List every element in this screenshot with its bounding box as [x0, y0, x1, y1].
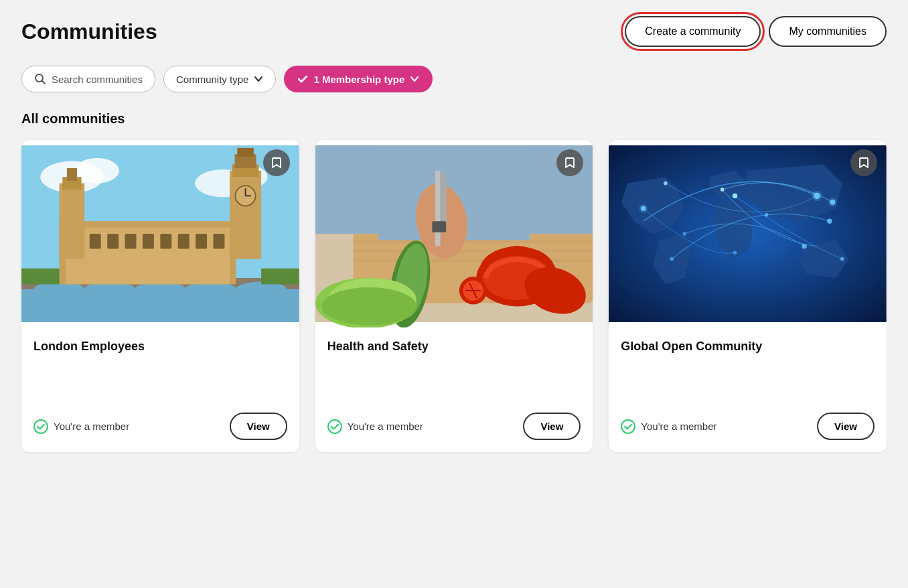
svg-rect-48: [435, 171, 441, 246]
svg-rect-19: [125, 234, 137, 249]
svg-rect-25: [60, 183, 85, 259]
search-filter[interactable]: Search communities: [21, 66, 155, 92]
create-community-button[interactable]: Create a community: [625, 16, 761, 47]
svg-rect-21: [160, 234, 171, 249]
member-badge-london: You're a member: [33, 419, 129, 434]
check-icon: [297, 74, 308, 84]
svg-rect-28: [230, 171, 261, 259]
svg-point-78: [812, 191, 822, 201]
member-label-health: You're a member: [348, 421, 423, 432]
membership-chevron-down-icon: [410, 74, 419, 84]
all-communities-section: All communities: [21, 111, 887, 452]
svg-point-79: [639, 204, 648, 213]
svg-rect-24: [213, 234, 224, 249]
global-image: [609, 140, 887, 327]
svg-point-74: [840, 257, 844, 261]
svg-point-70: [827, 218, 832, 224]
bookmark-button-london[interactable]: [263, 149, 290, 176]
bookmark-icon-london: [270, 156, 283, 169]
communities-grid: London Employees You're a member View: [21, 140, 887, 452]
card-body-health: Health and Safety: [315, 327, 593, 363]
svg-point-81: [621, 420, 635, 433]
member-check-icon-health: [327, 419, 342, 434]
svg-point-80: [828, 198, 837, 206]
svg-point-72: [802, 244, 808, 249]
svg-point-76: [664, 181, 668, 186]
search-icon: [34, 73, 46, 85]
svg-rect-35: [21, 269, 60, 285]
community-type-label: Community type: [176, 74, 248, 85]
community-name-global: Global Open Community: [621, 340, 875, 354]
london-image: [21, 140, 299, 327]
svg-point-63: [328, 420, 342, 433]
card-footer-london: You're a member View: [21, 403, 299, 452]
svg-rect-22: [178, 234, 190, 249]
bookmark-button-global[interactable]: [850, 149, 877, 176]
svg-point-58: [321, 287, 416, 325]
svg-point-73: [683, 232, 687, 236]
community-name-london: London Employees: [33, 340, 287, 354]
svg-rect-17: [90, 234, 101, 249]
svg-rect-42: [353, 250, 593, 253]
my-communities-button[interactable]: My communities: [769, 16, 887, 47]
community-type-filter[interactable]: Community type: [163, 66, 276, 92]
card-body-global: Global Open Community: [609, 327, 887, 363]
member-label-global: You're a member: [641, 421, 716, 432]
community-card-health: Health and Safety You're a member View: [315, 140, 593, 452]
community-card-london: London Employees You're a member View: [21, 140, 299, 452]
bookmark-icon-health: [563, 156, 577, 169]
svg-point-75: [733, 250, 737, 254]
bookmark-icon-global: [857, 156, 871, 169]
member-check-icon-global: [621, 419, 635, 434]
card-footer-global: You're a member View: [609, 403, 887, 452]
svg-rect-20: [143, 234, 154, 249]
svg-rect-41: [353, 240, 593, 243]
svg-point-37: [34, 420, 48, 433]
membership-type-label: 1 Membership type: [313, 74, 404, 85]
svg-rect-43: [353, 259, 593, 263]
svg-rect-31: [237, 148, 254, 157]
card-image-wrapper-global: [609, 140, 887, 327]
page-header: Communities Create a community My commun…: [21, 16, 887, 47]
member-badge-global: You're a member: [621, 419, 716, 434]
view-button-london[interactable]: View: [230, 413, 287, 440]
svg-rect-23: [196, 234, 207, 249]
member-badge-health: You're a member: [327, 419, 423, 434]
svg-point-4: [75, 158, 119, 183]
membership-type-filter[interactable]: 1 Membership type: [284, 66, 433, 92]
search-placeholder: Search communities: [52, 74, 143, 85]
card-body-london: London Employees: [21, 327, 299, 363]
filters-bar: Search communities Community type 1 Memb…: [21, 66, 887, 92]
svg-point-69: [670, 257, 674, 261]
community-card-global: Global Open Community You're a member Vi…: [609, 140, 887, 452]
all-communities-title: All communities: [21, 111, 887, 127]
svg-rect-50: [432, 221, 446, 232]
view-button-global[interactable]: View: [817, 413, 875, 440]
card-footer-health: You're a member View: [315, 403, 593, 452]
page-title: Communities: [21, 19, 157, 44]
svg-point-77: [765, 213, 769, 217]
chevron-down-icon: [254, 74, 263, 84]
svg-rect-36: [261, 269, 299, 285]
community-name-health: Health and Safety: [327, 340, 581, 354]
svg-rect-18: [107, 234, 119, 249]
svg-point-71: [721, 188, 725, 192]
svg-line-1: [42, 81, 46, 84]
svg-point-67: [733, 194, 738, 199]
health-image: [315, 140, 593, 327]
card-image-wrapper-health: [315, 140, 593, 327]
svg-rect-27: [67, 168, 77, 181]
view-button-health[interactable]: View: [523, 413, 581, 440]
card-image-wrapper-london: [21, 140, 299, 327]
header-actions: Create a community My communities: [625, 16, 887, 47]
member-label-london: You're a member: [54, 421, 129, 432]
member-check-icon-london: [33, 419, 48, 434]
